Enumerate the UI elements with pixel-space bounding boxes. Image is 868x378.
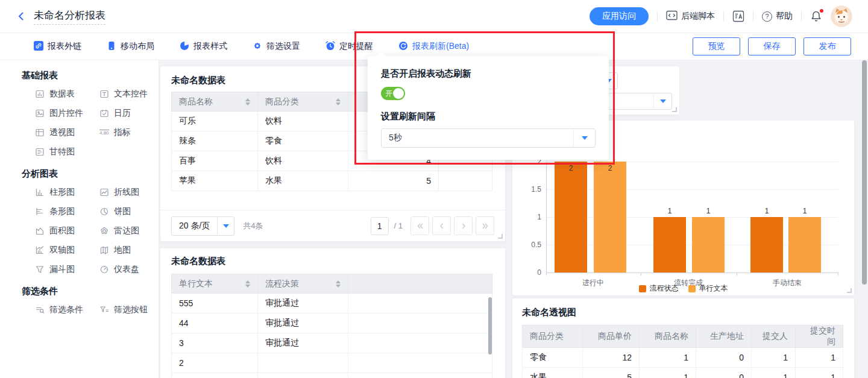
sidebar-item-image[interactable]: 图片控件 (35, 107, 99, 120)
next-page-button[interactable] (454, 216, 473, 235)
toolbar-item-link[interactable]: 报表外链 (34, 41, 81, 52)
sidebar-item-pie[interactable]: 饼图 (99, 205, 159, 218)
first-page-button[interactable] (410, 216, 429, 235)
cell (348, 313, 492, 333)
table-icon (35, 89, 45, 99)
sidebar-section-title: 基础报表 (0, 60, 159, 87)
sidebar-item-metric[interactable]: 4,80指标 (99, 126, 159, 139)
sort-icon[interactable] (336, 280, 341, 288)
column-header: 生产地址 (696, 326, 752, 348)
table-scrollbar[interactable] (488, 297, 492, 354)
sidebar-item-area[interactable]: 面积图 (35, 224, 99, 238)
cell: 饮料 (258, 112, 348, 131)
toolbar-item-mobile[interactable]: 移动布局 (107, 41, 154, 52)
cell: 水果 (523, 368, 583, 378)
sidebar-item-map[interactable]: 地图 (99, 244, 159, 257)
resize-handle[interactable] (672, 107, 677, 112)
sidebar-item-calendar[interactable]: 日历 (99, 107, 159, 120)
card-title: 未命名数据表 (160, 248, 505, 267)
backend-script-button[interactable]: 后端脚本 (666, 10, 715, 22)
cell: 1 (640, 368, 696, 378)
column-header[interactable]: 流程决策 (258, 274, 348, 294)
sidebar-item-funnel[interactable]: 漏斗图 (35, 263, 99, 276)
toolbar-item-gear[interactable]: 筛选设置 (253, 41, 300, 52)
table-row: 2 (172, 353, 492, 373)
bar[interactable] (750, 217, 783, 272)
cell: 零食 (523, 348, 583, 368)
bar[interactable] (594, 162, 626, 272)
divider (657, 11, 658, 22)
resize-handle[interactable] (498, 234, 503, 239)
pivot-table: 商品分类商品单价商品名称生产地址提交人提交时间零食121011水果51011 (522, 325, 843, 378)
legend-item[interactable]: 单行文本 (688, 283, 728, 294)
save-button[interactable]: 保存 (748, 37, 796, 55)
report-designer: 未命名分析报表 应用访问 后端脚本 ? 帮助 (0, 0, 868, 378)
legend-item[interactable]: 流程状态 (639, 283, 679, 294)
divider (753, 11, 753, 22)
bar[interactable] (788, 217, 821, 272)
bar-value-label: 1 (653, 207, 686, 215)
column-header[interactable]: 单行文本 (172, 274, 258, 294)
sidebar-item-gantt[interactable]: 甘特图 (35, 145, 99, 159)
bar-value-label: 1 (788, 207, 821, 215)
notification-bell-icon[interactable] (810, 10, 822, 22)
bar-value-label: 2 (555, 164, 587, 172)
bar[interactable] (653, 217, 686, 272)
sidebar-item-bar[interactable]: 条形图 (35, 205, 99, 218)
code-icon (666, 10, 678, 22)
sidebar-item-dualaxis[interactable]: 双轴图 (35, 244, 99, 257)
toolbar-items: 报表外链移动布局报表样式筛选设置定时提醒报表刷新(Beta) (0, 41, 469, 52)
column-header[interactable]: 商品分类 (258, 92, 348, 112)
sidebar-item-column[interactable]: 柱形图 (35, 186, 99, 199)
refresh-interval-select[interactable]: 5秒 (381, 128, 596, 148)
sort-icon[interactable] (336, 98, 341, 106)
page-size-select[interactable]: 20 条/页 (171, 216, 234, 236)
table-row: 零食121011 (523, 348, 843, 368)
sidebar-item-pivot[interactable]: 透视图 (35, 126, 99, 139)
toolbar-item-style[interactable]: 报表样式 (180, 41, 227, 52)
sort-icon[interactable] (245, 280, 250, 288)
gantt-icon (35, 147, 45, 157)
preview-button[interactable]: 预览 (693, 37, 740, 55)
bar[interactable] (555, 162, 587, 272)
notification-badge (820, 9, 823, 13)
dynamic-refresh-toggle[interactable]: 开 (381, 87, 405, 100)
last-page-button[interactable] (476, 216, 494, 235)
toolbar-item-alarm[interactable]: 定时提醒 (326, 41, 373, 52)
sidebar-item-table[interactable]: 数据表 (35, 87, 99, 101)
prev-page-button[interactable] (432, 216, 451, 235)
page-title[interactable]: 未命名分析报表 (34, 8, 105, 25)
divider (801, 11, 802, 22)
back-icon[interactable] (14, 10, 28, 23)
widget-sidebar: 基础报表数据表文本控件图片控件日历透视图4,80指标甘特图分析图表柱形图折线图条… (0, 60, 159, 378)
app-access-button[interactable]: 应用访问 (590, 7, 649, 25)
resize-handle[interactable] (847, 288, 852, 293)
sidebar-item-text[interactable]: 文本控件 (99, 87, 159, 101)
column-header: 商品单价 (583, 326, 640, 348)
avatar[interactable] (831, 5, 852, 27)
language-icon[interactable] (732, 10, 744, 22)
cell: 水果 (258, 171, 348, 191)
bar[interactable] (692, 217, 725, 272)
help-button[interactable]: ? 帮助 (762, 11, 793, 22)
question-icon: ? (762, 11, 772, 22)
sort-icon[interactable] (245, 98, 250, 106)
sidebar-item-filterbtn[interactable]: 筛选按钮 (99, 303, 159, 317)
filter-icon (35, 305, 45, 315)
column-header[interactable]: 商品名称 (172, 92, 258, 112)
toolbar-item-refresh[interactable]: 报表刷新(Beta) (398, 41, 469, 52)
sidebar-item-radar[interactable]: 雷达图 (99, 224, 159, 238)
cell: 5 (348, 171, 439, 191)
table-row: 3审批通过 (172, 333, 492, 353)
cell (348, 373, 492, 378)
radar-icon (99, 226, 109, 236)
publish-button[interactable]: 发布 (804, 37, 851, 55)
cell: 辣条 (172, 131, 258, 151)
page-scrollbar[interactable] (862, 60, 867, 285)
sidebar-item-filter[interactable]: 筛选条件 (35, 303, 99, 317)
refresh-icon (398, 41, 408, 52)
sidebar-item-line[interactable]: 折线图 (99, 186, 159, 199)
sidebar-item-gauge[interactable]: 仪表盘 (99, 263, 159, 276)
y-tick-label: 1 (512, 213, 541, 221)
page-input[interactable] (371, 217, 389, 235)
